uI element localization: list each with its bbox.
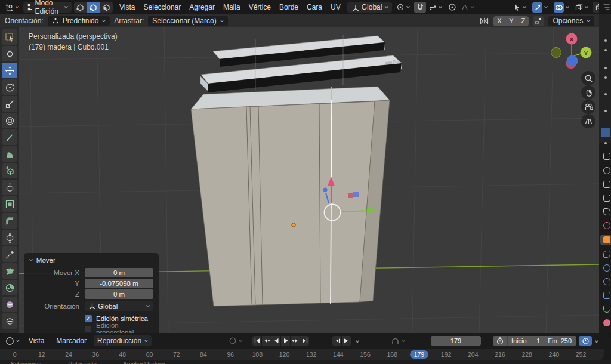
timeline-playback-dropdown[interactable]: Reproducción ∨ <box>94 335 152 346</box>
viewport-canvas[interactable]: Personalizada (perspectiva) (179) madera… <box>19 27 599 333</box>
ruler-tick[interactable]: 216 <box>486 349 513 360</box>
ruler-tick[interactable]: 252 <box>567 349 594 360</box>
timeline-ruler[interactable]: 0 12 24 36 48 60 72 84 96 108 120 132 14… <box>0 348 604 360</box>
ruler-tick[interactable]: 72 <box>163 349 190 360</box>
next-keyframe-button[interactable] <box>291 336 300 346</box>
start-frame-field[interactable]: 1 <box>530 337 544 344</box>
ruler-tick[interactable]: 60 <box>136 349 163 360</box>
orientation-preset-dropdown[interactable]: Predefinido ∨ <box>48 16 110 26</box>
menu-vertice[interactable]: Vértice <box>245 3 275 11</box>
tool-bevel[interactable] <box>2 213 17 229</box>
mirror-x-button[interactable]: X <box>493 16 505 26</box>
play-button[interactable] <box>281 336 290 346</box>
ruler-tick[interactable]: 168 <box>379 349 406 360</box>
tool-measure[interactable] <box>2 146 17 162</box>
properties-tab-data-icon[interactable] <box>603 306 610 313</box>
ruler-tick[interactable]: 204 <box>459 349 486 360</box>
xray-dropdown-button[interactable]: ∨ <box>573 2 590 13</box>
ruler-tick[interactable]: 132 <box>298 349 325 360</box>
tool-smooth[interactable] <box>2 297 17 312</box>
properties-tab-modifiers-icon[interactable] <box>603 251 610 258</box>
ruler-tick[interactable]: 144 <box>325 349 351 360</box>
show-overlays-button[interactable]: ∨ <box>552 1 571 14</box>
snap-toggle-button[interactable] <box>414 2 426 13</box>
auto-keying-button[interactable]: ∨ <box>227 335 244 346</box>
properties-tab-output-icon[interactable] <box>603 181 610 188</box>
properties-tab-physics-icon[interactable] <box>603 278 610 285</box>
tool-scale[interactable] <box>2 96 17 112</box>
nav-axis-neg-x[interactable] <box>551 48 561 58</box>
prev-keyframe-button[interactable] <box>262 336 271 346</box>
ruler-tick[interactable]: 156 <box>351 349 378 360</box>
mover-panel-header[interactable]: ∨ Mover <box>29 257 153 264</box>
properties-tab-material-icon[interactable] <box>603 319 610 326</box>
tool-cursor[interactable] <box>2 46 17 61</box>
ruler-tick[interactable]: 192 <box>433 349 459 360</box>
move-x-field[interactable]: 0 m <box>85 268 153 277</box>
tool-poly-build[interactable] <box>2 263 17 279</box>
menu-agregar[interactable]: Agregar <box>185 3 219 11</box>
vertex-select-button[interactable] <box>74 2 87 13</box>
ruler-tick[interactable]: 96 <box>217 349 244 360</box>
symmetric-edit-checkbox[interactable]: ✓ <box>85 315 92 322</box>
prev-frame-button[interactable] <box>332 336 341 346</box>
menu-uv[interactable]: UV <box>326 3 345 11</box>
tool-select-box[interactable] <box>2 29 17 45</box>
proportional-edit-checkbox[interactable] <box>85 325 92 332</box>
tool-annotate[interactable] <box>2 129 17 145</box>
menu-borde[interactable]: Borde <box>275 3 303 11</box>
properties-tab-constraints-icon[interactable] <box>603 292 610 299</box>
tool-edge-slide[interactable] <box>2 313 17 329</box>
ruler-current-frame[interactable]: 179 <box>406 349 433 360</box>
zoom-button[interactable] <box>581 71 595 85</box>
properties-tab-viewlayer-icon[interactable] <box>603 195 610 202</box>
playback-sync-button[interactable] <box>579 336 592 346</box>
mesh-object-cubo001[interactable] <box>191 35 402 306</box>
properties-tab-particles-icon[interactable] <box>603 264 610 272</box>
tool-transform[interactable] <box>2 113 17 128</box>
transform-orientation-dropdown[interactable]: Global ∨ <box>347 2 393 13</box>
tool-add-cube[interactable] <box>2 163 17 178</box>
ruler-tick[interactable]: 24 <box>55 349 82 360</box>
nav-axis-z[interactable] <box>567 55 578 67</box>
edge-select-button[interactable] <box>87 2 100 13</box>
mirror-y-button[interactable]: Y <box>505 16 517 26</box>
tool-rotate[interactable] <box>2 79 17 95</box>
navigation-gizmo[interactable]: X Y <box>547 30 597 73</box>
face-select-button[interactable] <box>100 2 113 13</box>
ruler-tick[interactable]: 84 <box>190 349 217 360</box>
jump-to-end-button[interactable] <box>300 336 309 346</box>
menu-seleccionar[interactable]: Seleccionar <box>140 3 186 11</box>
camera-view-button[interactable] <box>581 100 595 114</box>
end-frame-field[interactable]: 250 <box>561 337 576 344</box>
outliner-editmode-icon[interactable] <box>601 128 610 137</box>
properties-tab-render-icon[interactable] <box>603 167 610 174</box>
move-z-field[interactable]: 0 m <box>85 289 153 299</box>
mirror-butterfly-icon[interactable] <box>479 17 489 26</box>
ruler-tick[interactable]: 0 <box>1 349 28 360</box>
mode-dropdown[interactable]: Modo Edición ∨ <box>23 2 72 13</box>
pivot-point-button[interactable]: ∨ <box>394 2 412 13</box>
snap-target-button[interactable]: ∨ <box>427 2 444 13</box>
timeline-menu-marcador[interactable]: Marcador <box>51 337 91 345</box>
keying-set-button[interactable]: ∨ <box>389 335 407 346</box>
ruler-tick[interactable]: 240 <box>541 349 567 360</box>
ruler-tick[interactable]: 12 <box>28 349 55 360</box>
move-y-field[interactable]: -0.075098 m <box>85 279 153 288</box>
viewport-filter-button[interactable]: ∨ <box>511 2 528 13</box>
tool-inset-faces[interactable] <box>2 196 17 212</box>
tool-spin[interactable] <box>2 280 17 295</box>
editor-type-button[interactable]: ∨ <box>3 2 21 13</box>
proportional-falloff-button[interactable]: ∨ <box>459 2 476 13</box>
ruler-tick[interactable]: 48 <box>109 349 136 360</box>
next-frame-button[interactable] <box>342 336 351 346</box>
ruler-tick[interactable]: 108 <box>244 349 271 360</box>
timeline-editor-type-button[interactable]: ∨ <box>4 335 21 347</box>
current-frame-field[interactable]: 179 <box>431 336 481 346</box>
pan-button[interactable] <box>581 85 595 100</box>
proportional-edit-button[interactable] <box>446 2 458 13</box>
drag-mode-dropdown[interactable]: Seleccionar (Marco) ∨ <box>148 16 227 26</box>
tool-move[interactable] <box>2 63 17 78</box>
menu-malla[interactable]: Malla <box>219 3 245 11</box>
ruler-tick[interactable]: 120 <box>271 349 298 360</box>
